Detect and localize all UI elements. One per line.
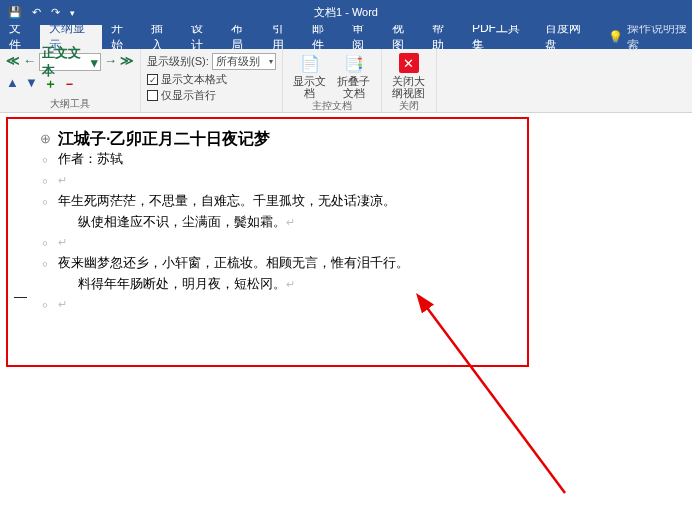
tab-file[interactable]: 文件 [0,25,40,49]
tab-baidu[interactable]: 百度网盘 [536,25,598,49]
group-label-close: 关闭 [388,99,430,114]
tab-view[interactable]: 视图 [383,25,423,49]
group-show: 显示级别(S): 所有级别 ▾ ✓ 显示文本格式 仅显示首行 [141,49,283,112]
group-master-doc: 📄 显示文档 📑 折叠子文档 主控文档 [283,49,382,112]
document-title: 江城子·乙卯正月二十日夜记梦 [58,129,270,149]
tell-me-label: 操作说明搜索 [627,20,692,54]
outline-row[interactable]: 作者：苏轼 [38,149,682,170]
group-label-outline-tools: 大纲工具 [6,97,134,112]
redo-icon[interactable]: ↷ [51,6,60,19]
tab-layout[interactable]: 布局 [222,25,262,49]
close-outline-button[interactable]: ✕ 关闭大纲视图 [388,53,430,99]
collapse-icon[interactable]: － [63,75,76,93]
collapse-subdoc-button[interactable]: 📑 折叠子文档 [333,53,375,99]
document-icon: 📄 [300,53,320,73]
bullet-icon [38,294,52,315]
tab-home[interactable]: 开始 [102,25,142,49]
close-icon: ✕ [399,53,419,73]
poem-line: 年生死两茫茫，不思量，自难忘。千里孤坟，无处话凄凉。 [58,191,396,211]
tab-pdf[interactable]: PDF工具集 [463,25,536,49]
promote-to-heading1-icon[interactable]: ≪ [6,53,20,71]
checkbox-show-formatting[interactable]: ✓ [147,74,158,85]
outline-level-select[interactable]: 正文文本 ▾ [39,53,101,71]
outline-row[interactable]: 年生死两茫茫，不思量，自难忘。千里孤坟，无处话凄凉。 [38,191,682,212]
show-level-label: 显示级别(S): [147,54,209,69]
poem-line: 料得年年肠断处，明月夜，短松冈。↵ [78,274,682,294]
collapse-subdoc-icon: 📑 [344,53,364,73]
window-title: 文档1 - Word [314,5,378,20]
author-line: 作者：苏轼 [58,149,123,169]
outline-row[interactable]: 夜来幽梦忽还乡，小轩窗，正梳妆。相顾无言，惟有泪千行。 [38,253,682,274]
tab-mailings[interactable]: 邮件 [303,25,343,49]
bullet-icon [38,149,52,170]
move-down-icon[interactable]: ▼ [25,75,38,93]
bullet-icon [38,170,52,191]
save-icon[interactable]: 💾 [8,6,22,19]
svg-line-0 [425,305,565,493]
demote-icon[interactable]: → [104,53,117,71]
outline-row[interactable]: ↵ [38,294,682,315]
tab-help[interactable]: 帮助 [423,25,463,49]
undo-icon[interactable]: ↶ [32,6,41,19]
chevron-down-icon: ▾ [91,55,100,70]
group-close: ✕ 关闭大纲视图 关闭 [382,49,437,112]
poem-line: 纵使相逢应不识，尘满面，鬓如霜。↵ [78,212,682,232]
group-outline-tools: ≪ ← 正文文本 ▾ → ≫ ▲ ▼ ＋ － 大纲工具 [0,49,141,112]
show-document-button[interactable]: 📄 显示文档 [289,53,331,99]
qat-customize-icon[interactable]: ▾ [70,8,75,18]
text-cursor: — [14,289,27,304]
title-bar: 💾 ↶ ↷ ▾ 文档1 - Word [0,0,692,25]
checkbox-first-line[interactable] [147,90,158,101]
outline-content: 江城子·乙卯正月二十日夜记梦 作者：苏轼 ↵ 年生死两茫茫，不思量，自难忘。千里… [6,121,686,315]
show-level-select[interactable]: 所有级别 ▾ [212,53,276,70]
promote-icon[interactable]: ← [23,53,36,71]
tab-review[interactable]: 审阅 [343,25,383,49]
first-line-label: 仅显示首行 [161,88,216,103]
outline-heading-row[interactable]: 江城子·乙卯正月二十日夜记梦 [16,129,682,149]
move-up-icon[interactable]: ▲ [6,75,19,93]
show-document-label: 显示文档 [289,75,331,99]
paragraph-mark: ↵ [286,216,295,228]
tab-insert[interactable]: 插入 [142,25,182,49]
group-label-master: 主控文档 [289,99,375,114]
document-area[interactable]: 江城子·乙卯正月二十日夜记梦 作者：苏轼 ↵ 年生死两茫茫，不思量，自难忘。千里… [0,113,692,518]
quick-access-toolbar: 💾 ↶ ↷ ▾ [0,6,75,19]
paragraph-mark: ↵ [58,170,67,190]
ribbon-tabs: 文件 大纲显示 开始 插入 设计 布局 引用 邮件 审阅 视图 帮助 PDF工具… [0,25,692,49]
ribbon: ≪ ← 正文文本 ▾ → ≫ ▲ ▼ ＋ － 大纲工具 [0,49,692,113]
tell-me-search[interactable]: 💡 操作说明搜索 [598,25,692,49]
poem-line: 夜来幽梦忽还乡，小轩窗，正梳妆。相顾无言，惟有泪千行。 [58,253,409,273]
tab-references[interactable]: 引用 [263,25,303,49]
paragraph-mark: ↵ [286,278,295,290]
bullet-icon [38,191,52,212]
expand-icon[interactable]: ＋ [44,75,57,93]
outline-row[interactable]: ↵ [38,170,682,191]
collapse-subdoc-label: 折叠子文档 [333,75,375,99]
show-level-value: 所有级别 [216,54,260,69]
show-formatting-label: 显示文本格式 [161,72,227,87]
tab-design[interactable]: 设计 [182,25,222,49]
expand-node-icon[interactable] [38,129,52,149]
bullet-icon [38,253,52,274]
close-outline-label: 关闭大纲视图 [388,75,430,99]
paragraph-mark: ↵ [58,232,67,252]
lightbulb-icon: 💡 [608,30,623,44]
demote-to-body-icon[interactable]: ≫ [120,53,134,71]
chevron-down-icon: ▾ [269,57,275,66]
outline-row[interactable]: ↵ [38,232,682,253]
paragraph-mark: ↵ [58,294,67,314]
bullet-icon [38,232,52,253]
